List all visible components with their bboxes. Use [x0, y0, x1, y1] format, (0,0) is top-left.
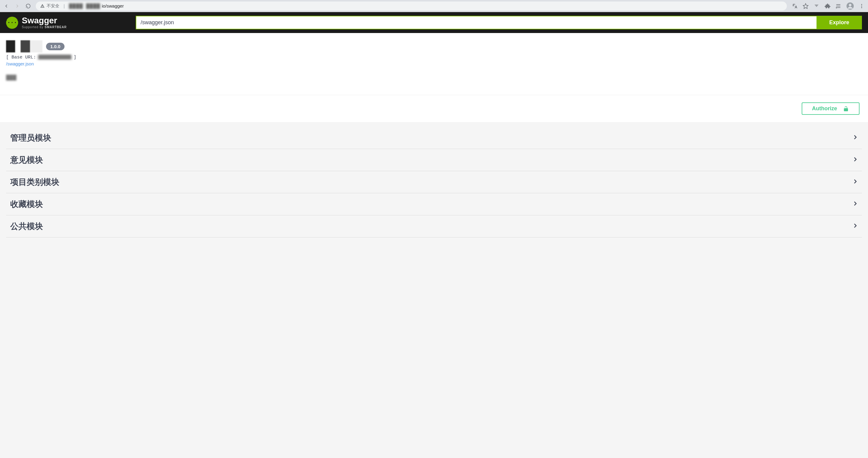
- chevron-right-icon: [851, 178, 859, 186]
- swagger-logo-icon: {···}: [6, 17, 18, 29]
- api-version-badge: 1.0.0: [46, 43, 64, 50]
- svg-point-8: [861, 7, 862, 8]
- browser-actions: [792, 2, 864, 10]
- tag-name: 收藏模块: [10, 199, 43, 210]
- api-description-redacted: ███: [6, 75, 21, 80]
- url-path: io/swagger: [102, 3, 124, 8]
- base-url-suffix: ]: [73, 55, 76, 60]
- api-info-section: 1.0.0 [ Base URL: ████████████ ] /swagge…: [0, 33, 868, 95]
- swagger-logo[interactable]: {···} Swagger Supported by SMARTBEAR: [6, 17, 67, 29]
- tag-section[interactable]: 收藏模块: [6, 193, 862, 215]
- base-url-row: [ Base URL: ████████████ ]: [6, 55, 862, 60]
- browser-chrome: 不安全 | ████ ████ io/swagger: [0, 0, 868, 12]
- chevron-right-icon: [851, 200, 859, 208]
- bookmark-star-icon[interactable]: [803, 3, 809, 9]
- url-text: ████ ████ io/swagger: [69, 3, 124, 8]
- tag-section[interactable]: 公共模块: [6, 215, 862, 238]
- base-url-prefix: [ Base URL:: [6, 55, 36, 60]
- chevron-right-icon: [851, 133, 859, 142]
- tag-name: 管理员模块: [10, 132, 51, 143]
- security-indicator[interactable]: 不安全: [40, 3, 59, 9]
- tag-name: 公共模块: [10, 221, 43, 232]
- chevron-right-icon: [851, 156, 859, 164]
- svg-marker-0: [803, 3, 808, 8]
- forward-button[interactable]: [14, 3, 20, 9]
- swagger-logo-text: Swagger: [22, 17, 67, 25]
- svg-point-6: [861, 4, 862, 5]
- url-divider: |: [64, 4, 65, 8]
- url-host-redacted: ████ ████: [69, 3, 102, 8]
- tag-section[interactable]: 管理员模块: [6, 127, 862, 149]
- api-title-row: 1.0.0: [6, 40, 862, 52]
- menu-dots-icon[interactable]: [859, 3, 864, 9]
- chevron-right-icon: [851, 222, 859, 231]
- bookmark-triangle-icon[interactable]: [813, 3, 819, 9]
- swagger-logo-text-wrapper: Swagger Supported by SMARTBEAR: [22, 17, 67, 29]
- scheme-container: Authorize: [0, 95, 868, 122]
- tag-section[interactable]: 意见模块: [6, 149, 862, 171]
- api-title-redacted: [6, 40, 42, 52]
- reading-list-icon[interactable]: [835, 3, 841, 9]
- authorize-button[interactable]: Authorize: [802, 102, 860, 115]
- address-bar[interactable]: 不安全 | ████ ████ io/swagger: [36, 1, 787, 10]
- base-url-redacted: ████████████: [37, 55, 72, 60]
- tag-name: 项目类别模块: [10, 177, 59, 187]
- spec-link[interactable]: /swagger.json: [6, 61, 34, 66]
- profile-icon[interactable]: [846, 2, 854, 10]
- tags-container: 管理员模块 意见模块 项目类别模块 收藏模块 公共模块: [0, 122, 868, 238]
- translate-icon[interactable]: [792, 3, 798, 9]
- back-button[interactable]: [4, 3, 9, 9]
- tag-section[interactable]: 项目类别模块: [6, 171, 862, 193]
- spec-url-input[interactable]: [136, 16, 816, 29]
- tag-name: 意见模块: [10, 154, 43, 165]
- security-label: 不安全: [46, 3, 59, 9]
- extensions-icon[interactable]: [825, 3, 831, 9]
- browser-nav-buttons: [4, 3, 31, 9]
- spec-url-form: Explore: [136, 16, 862, 29]
- svg-point-5: [849, 4, 851, 6]
- reload-button[interactable]: [26, 3, 31, 9]
- warning-icon: [40, 4, 45, 8]
- unlock-icon: [843, 106, 849, 112]
- swagger-logo-subtext: Supported by SMARTBEAR: [22, 26, 67, 29]
- explore-button[interactable]: Explore: [816, 16, 862, 29]
- svg-point-7: [861, 5, 862, 6]
- authorize-label: Authorize: [812, 105, 837, 112]
- swagger-topbar: {···} Swagger Supported by SMARTBEAR Exp…: [0, 12, 868, 33]
